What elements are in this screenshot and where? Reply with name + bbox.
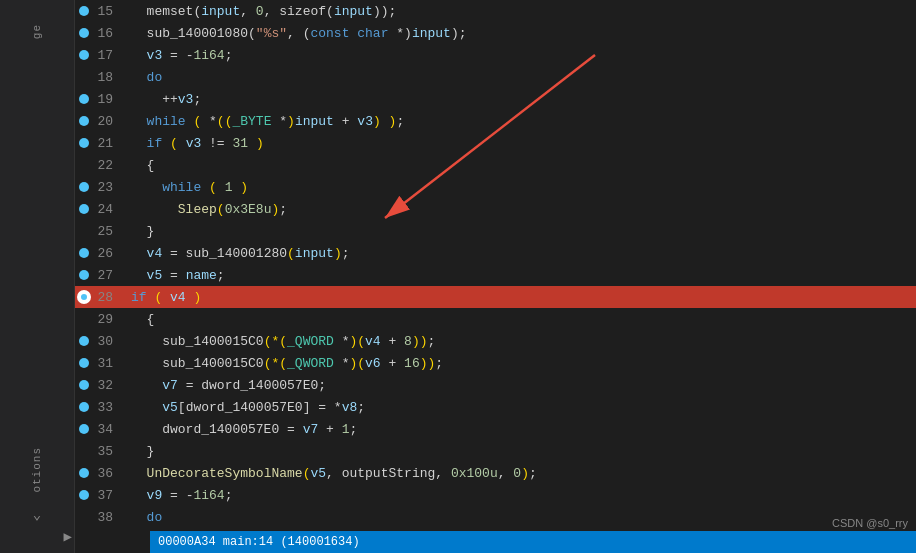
breakpoint-28[interactable] (79, 292, 89, 302)
breakpoint-24[interactable] (79, 204, 89, 214)
left-panel: ge otions ⌄ ▶ (0, 0, 75, 553)
code-line-18[interactable]: 18 do (75, 66, 916, 88)
code-line-32[interactable]: 32 v7 = dword_1400057E0; (75, 374, 916, 396)
status-bar: 00000A34 main:14 (140001634) (150, 531, 916, 553)
code-line-21[interactable]: 21 if ( v3 != 31 ) (75, 132, 916, 154)
code-content: ++v3; (127, 92, 916, 107)
breakpoint-30[interactable] (79, 336, 89, 346)
code-content: while ( 1 ) (127, 180, 916, 195)
code-line-36[interactable]: 36 UnDecorateSymbolName(v5, outputString… (75, 462, 916, 484)
code-line-27[interactable]: 27 v5 = name; (75, 264, 916, 286)
code-line-31[interactable]: 31 sub_1400015C0(*(_QWORD *)(v6 + 16)); (75, 352, 916, 374)
code-line-22[interactable]: 22 { (75, 154, 916, 176)
code-content: while ( *((_BYTE *)input + v3) ); (127, 114, 916, 129)
line-number: 21 (93, 136, 113, 151)
line-number: 19 (93, 92, 113, 107)
line-number: 28 (93, 290, 113, 305)
breakpoint-21[interactable] (79, 138, 89, 148)
code-line-24[interactable]: 24 Sleep(0x3E8u); (75, 198, 916, 220)
code-line-35[interactable]: 35 } (75, 440, 916, 462)
breakpoint-33[interactable] (79, 402, 89, 412)
breakpoint-37[interactable] (79, 490, 89, 500)
breakpoint-32[interactable] (79, 380, 89, 390)
breakpoint-31[interactable] (79, 358, 89, 368)
breakpoint-36[interactable] (79, 468, 89, 478)
left-panel-label-top: ge (31, 24, 43, 39)
code-content: } (127, 444, 916, 459)
breakpoint-26[interactable] (79, 248, 89, 258)
code-line-16[interactable]: 16 sub_140001080("%s", (const char *)inp… (75, 22, 916, 44)
line-number: 16 (93, 26, 113, 41)
line-number: 29 (93, 312, 113, 327)
status-text: 00000A34 main:14 (140001634) (158, 535, 360, 549)
line-number: 30 (93, 334, 113, 349)
code-content: v3 = -1i64; (127, 48, 916, 63)
code-line-20[interactable]: 20 while ( *((_BYTE *)input + v3) ); (75, 110, 916, 132)
line-number: 27 (93, 268, 113, 283)
line-number: 38 (93, 510, 113, 525)
breakpoint-27[interactable] (79, 270, 89, 280)
code-line-37[interactable]: 37 v9 = -1i64; (75, 484, 916, 506)
code-line-33[interactable]: 33 v5[dword_1400057E0] = *v8; (75, 396, 916, 418)
code-content: v9 = -1i64; (127, 488, 916, 503)
code-content: if ( v4 ) (127, 290, 916, 305)
code-content: do (127, 510, 916, 525)
line-number: 17 (93, 48, 113, 63)
code-line-15[interactable]: 15 memset(input, 0, sizeof(input)); (75, 0, 916, 22)
main-container: ge otions ⌄ ▶ 15 memset(input, 0, sizeof… (0, 0, 916, 553)
breakpoint-15[interactable] (79, 6, 89, 16)
code-content: if ( v3 != 31 ) (127, 136, 916, 151)
line-number: 37 (93, 488, 113, 503)
scroll-down-arrow[interactable]: ⌄ (33, 506, 41, 523)
code-content: { (127, 158, 916, 173)
breakpoint-18[interactable] (79, 72, 89, 82)
scroll-right-arrow[interactable]: ▶ (64, 528, 72, 545)
line-number: 18 (93, 70, 113, 85)
breakpoint-19[interactable] (79, 94, 89, 104)
code-line-28[interactable]: 28if ( v4 ) (75, 286, 916, 308)
code-line-25[interactable]: 25 } (75, 220, 916, 242)
left-panel-label-bottom: otions (31, 447, 43, 493)
line-number: 26 (93, 246, 113, 261)
code-line-23[interactable]: 23 while ( 1 ) (75, 176, 916, 198)
watermark: CSDN @s0_rry (832, 517, 908, 529)
code-editor: 15 memset(input, 0, sizeof(input));16 su… (75, 0, 916, 553)
line-number: 15 (93, 4, 113, 19)
breakpoint-29[interactable] (79, 314, 89, 324)
code-content: dword_1400057E0 = v7 + 1; (127, 422, 916, 437)
code-line-30[interactable]: 30 sub_1400015C0(*(_QWORD *)(v4 + 8)); (75, 330, 916, 352)
code-content: Sleep(0x3E8u); (127, 202, 916, 217)
code-content: memset(input, 0, sizeof(input)); (127, 4, 916, 19)
code-line-19[interactable]: 19 ++v3; (75, 88, 916, 110)
breakpoint-23[interactable] (79, 182, 89, 192)
code-content: do (127, 70, 916, 85)
code-content: { (127, 312, 916, 327)
code-content: v4 = sub_140001280(input); (127, 246, 916, 261)
line-number: 25 (93, 224, 113, 239)
code-line-34[interactable]: 34 dword_1400057E0 = v7 + 1; (75, 418, 916, 440)
code-line-29[interactable]: 29 { (75, 308, 916, 330)
line-number: 24 (93, 202, 113, 217)
breakpoint-22[interactable] (79, 160, 89, 170)
code-line-26[interactable]: 26 v4 = sub_140001280(input); (75, 242, 916, 264)
code-content: } (127, 224, 916, 239)
code-line-17[interactable]: 17 v3 = -1i64; (75, 44, 916, 66)
code-content: sub_140001080("%s", (const char *)input)… (127, 26, 916, 41)
line-number: 33 (93, 400, 113, 415)
line-number: 36 (93, 466, 113, 481)
line-number: 23 (93, 180, 113, 195)
code-content: v5 = name; (127, 268, 916, 283)
code-line-38[interactable]: 38 do (75, 506, 916, 528)
breakpoint-16[interactable] (79, 28, 89, 38)
breakpoint-25[interactable] (79, 226, 89, 236)
line-number: 35 (93, 444, 113, 459)
breakpoint-38[interactable] (79, 512, 89, 522)
line-number: 32 (93, 378, 113, 393)
code-content: sub_1400015C0(*(_QWORD *)(v4 + 8)); (127, 334, 916, 349)
breakpoint-17[interactable] (79, 50, 89, 60)
breakpoint-35[interactable] (79, 446, 89, 456)
breakpoint-20[interactable] (79, 116, 89, 126)
breakpoint-34[interactable] (79, 424, 89, 434)
line-number: 20 (93, 114, 113, 129)
code-content: v7 = dword_1400057E0; (127, 378, 916, 393)
